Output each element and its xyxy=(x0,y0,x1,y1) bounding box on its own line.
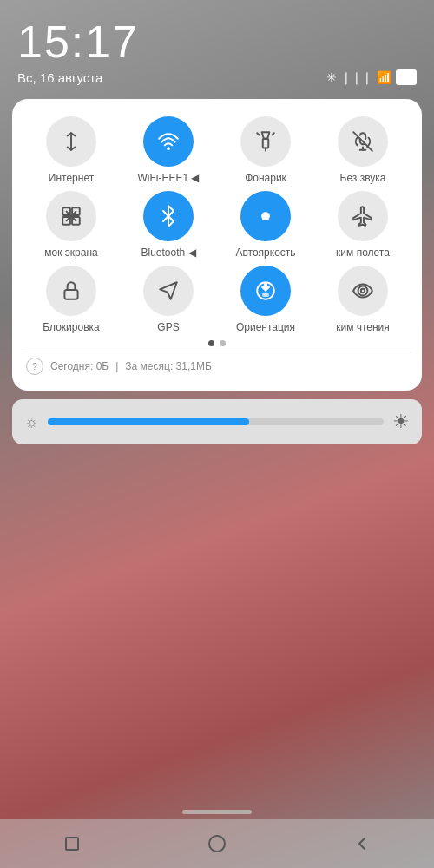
autobrightness-toggle[interactable]: A Автояркость xyxy=(227,191,305,259)
status-bar: 15:17 Вс, 16 августа ✳ ❘❘❘ 📶 76 xyxy=(0,0,434,90)
bluetooth-toggle[interactable]: Bluetooth ◀ xyxy=(129,191,207,259)
airplane-toggle[interactable]: ким полета xyxy=(324,191,402,259)
gps-icon-circle xyxy=(143,266,194,316)
date-row: Вс, 16 августа ✳ ❘❘❘ 📶 76 xyxy=(17,69,417,85)
brightness-bar[interactable]: ☼ ☀ xyxy=(12,399,422,444)
flashlight-icon-circle xyxy=(240,116,291,167)
svg-point-21 xyxy=(358,286,368,296)
brightness-track[interactable] xyxy=(48,418,385,425)
data-today: Сегодня: 0Б xyxy=(50,360,108,372)
gps-toggle[interactable]: GPS xyxy=(129,266,207,333)
autobrightness-label: Автояркость xyxy=(235,247,295,259)
screenshot-icon-circle xyxy=(46,191,96,241)
silent-icon-circle xyxy=(338,116,388,167)
airplane-label: ким полета xyxy=(336,247,390,259)
data-separator: | xyxy=(115,360,118,372)
orientation-toggle[interactable]: Ориентация xyxy=(227,266,305,333)
battery-badge: 76 xyxy=(396,69,417,85)
orientation-icon-circle xyxy=(240,266,291,316)
wifi-status-icon: 📶 xyxy=(377,70,391,84)
svg-rect-17 xyxy=(64,290,77,299)
data-usage-row: ? Сегодня: 0Б | За месяц: 31,1МБ xyxy=(23,352,411,377)
orientation-label: Ориентация xyxy=(236,321,295,333)
svg-rect-2 xyxy=(263,139,269,148)
brightness-high-icon: ☀ xyxy=(392,411,410,433)
wifi-icon-circle xyxy=(143,116,194,167)
nav-back-button[interactable] xyxy=(352,833,372,854)
svg-rect-23 xyxy=(66,838,78,850)
grid-row-3: Блокировка GPS Ориентация xyxy=(23,266,411,333)
svg-line-5 xyxy=(273,133,274,135)
reading-label: ким чтения xyxy=(336,321,390,333)
bluetooth-icon-circle xyxy=(143,191,194,241)
wifi-label: WiFi-EEE1 ◀ xyxy=(137,172,199,184)
lock-toggle[interactable]: Блокировка xyxy=(32,266,110,333)
svg-point-1 xyxy=(168,148,170,150)
date-text: Вс, 16 августа xyxy=(17,70,102,85)
status-icons: ✳ ❘❘❘ 📶 76 xyxy=(326,69,417,85)
dot-2 xyxy=(220,340,226,346)
dot-1 xyxy=(208,340,214,346)
airplane-icon-circle xyxy=(338,191,388,241)
svg-point-20 xyxy=(265,293,266,295)
page-dots xyxy=(23,340,411,346)
data-usage-icon: ? xyxy=(26,358,43,375)
silent-toggle[interactable]: Без звука xyxy=(324,116,402,184)
svg-line-4 xyxy=(257,133,259,135)
lock-label: Блокировка xyxy=(43,321,99,333)
time-display: 15:17 xyxy=(17,16,417,68)
nav-recents-button[interactable] xyxy=(62,833,82,854)
home-indicator xyxy=(182,810,252,814)
reading-toggle[interactable]: ким чтения xyxy=(324,266,402,333)
bluetooth-status-icon: ✳ xyxy=(326,70,337,84)
grid-row-2: мок экрана Bluetooth ◀ A Автояркость xyxy=(23,191,411,259)
gps-label: GPS xyxy=(157,321,179,333)
reading-icon-circle xyxy=(338,266,388,316)
flashlight-label: Фонарик xyxy=(245,172,286,184)
internet-toggle[interactable]: Интернет xyxy=(32,116,110,184)
grid-row-1: Интернет WiFi-EEE1 ◀ xyxy=(23,116,411,184)
nav-bar xyxy=(0,819,434,868)
bluetooth-label: Bluetooth ◀ xyxy=(141,247,195,259)
control-panel: Интернет WiFi-EEE1 ◀ xyxy=(12,99,422,391)
screenshot-toggle[interactable]: мок экрана xyxy=(32,191,110,259)
svg-text:A: A xyxy=(262,212,268,221)
autobrightness-icon-circle: A xyxy=(240,191,291,241)
flashlight-toggle[interactable]: Фонарик xyxy=(227,116,305,184)
wifi-toggle[interactable]: WiFi-EEE1 ◀ xyxy=(129,116,207,184)
screenshot-label: мок экрана xyxy=(44,247,98,259)
lock-icon-circle xyxy=(46,266,96,316)
signal-icon: ❘❘❘ xyxy=(341,70,372,84)
nav-home-button[interactable] xyxy=(207,833,227,854)
silent-label: Без звука xyxy=(340,172,386,184)
svg-point-24 xyxy=(209,836,225,852)
internet-icon-circle xyxy=(46,116,96,167)
data-month: За месяц: 31,1МБ xyxy=(125,360,211,372)
internet-label: Интернет xyxy=(49,172,94,184)
brightness-low-icon: ☼ xyxy=(24,413,39,431)
brightness-fill xyxy=(48,418,250,425)
svg-point-22 xyxy=(361,289,365,293)
